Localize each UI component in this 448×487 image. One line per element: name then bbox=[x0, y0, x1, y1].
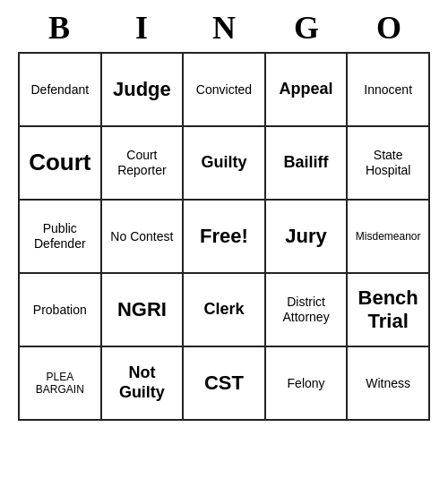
bingo-cell: Not Guilty bbox=[102, 347, 185, 421]
cell-label: Probation bbox=[33, 303, 87, 318]
bingo-letter: B bbox=[22, 9, 97, 47]
bingo-header: BINGO bbox=[18, 0, 430, 52]
cell-label: Felony bbox=[288, 376, 325, 391]
bingo-row: DefendantJudgeConvictedAppealInnocent bbox=[20, 54, 430, 127]
cell-label: Free! bbox=[200, 225, 248, 248]
bingo-cell: NGRI bbox=[102, 274, 185, 347]
bingo-cell: PLEA BARGAIN bbox=[20, 347, 102, 421]
cell-label: Witness bbox=[366, 376, 410, 391]
cell-label: Bailiff bbox=[284, 153, 329, 173]
bingo-letter: O bbox=[351, 9, 426, 47]
cell-label: Appeal bbox=[280, 80, 333, 99]
bingo-cell: Public Defender bbox=[20, 201, 102, 274]
bingo-row: ProbationNGRIClerkDistrict AttorneyBench… bbox=[20, 274, 430, 347]
bingo-cell: CST bbox=[184, 347, 266, 421]
bingo-cell: Felony bbox=[266, 347, 349, 421]
bingo-cell: Probation bbox=[20, 274, 102, 347]
bingo-cell: Guilty bbox=[184, 127, 266, 201]
bingo-letter: G bbox=[269, 9, 344, 47]
bingo-cell: Court bbox=[20, 127, 102, 201]
cell-label: Convicted bbox=[196, 82, 252, 98]
bingo-cell: Judge bbox=[102, 54, 185, 127]
bingo-cell: No Contest bbox=[102, 201, 185, 274]
bingo-cell: Free! bbox=[184, 201, 266, 274]
cell-label: Court Reporter bbox=[105, 148, 180, 178]
bingo-letter: N bbox=[186, 9, 262, 47]
bingo-cell: Convicted bbox=[184, 54, 266, 127]
bingo-cell: Court Reporter bbox=[102, 127, 185, 201]
bingo-cell: Jury bbox=[266, 201, 349, 274]
cell-label: State Hospital bbox=[350, 148, 426, 178]
cell-label: Bench Trial bbox=[350, 286, 426, 334]
cell-label: Guilty bbox=[201, 153, 246, 173]
bingo-row: Public DefenderNo ContestFree!JuryMisdem… bbox=[20, 201, 430, 274]
cell-label: Public Defender bbox=[22, 221, 98, 252]
cell-label: Misdemeanor bbox=[356, 230, 421, 243]
bingo-cell: Bailiff bbox=[266, 127, 349, 201]
cell-label: NGRI bbox=[117, 298, 167, 321]
bingo-cell: Bench Trial bbox=[348, 274, 430, 347]
bingo-cell: State Hospital bbox=[348, 127, 430, 201]
bingo-row: CourtCourt ReporterGuiltyBailiffState Ho… bbox=[20, 127, 430, 201]
bingo-cell: Innocent bbox=[348, 54, 430, 127]
bingo-cell: Misdemeanor bbox=[348, 201, 430, 274]
cell-label: Court bbox=[29, 149, 90, 176]
cell-label: PLEA BARGAIN bbox=[22, 371, 98, 397]
cell-label: Defendant bbox=[30, 82, 89, 98]
bingo-grid: DefendantJudgeConvictedAppealInnocentCou… bbox=[18, 52, 430, 421]
bingo-letter: I bbox=[104, 9, 179, 47]
bingo-cell: District Attorney bbox=[266, 274, 349, 347]
bingo-row: PLEA BARGAINNot GuiltyCSTFelonyWitness bbox=[20, 347, 430, 421]
cell-label: Clerk bbox=[203, 300, 244, 320]
cell-label: Jury bbox=[285, 225, 326, 248]
cell-label: Innocent bbox=[364, 82, 412, 98]
bingo-cell: Defendant bbox=[20, 54, 102, 127]
cell-label: CST bbox=[204, 372, 244, 395]
cell-label: District Attorney bbox=[269, 295, 344, 325]
bingo-cell: Witness bbox=[348, 347, 430, 421]
bingo-cell: Appeal bbox=[266, 54, 349, 127]
bingo-cell: Clerk bbox=[184, 274, 266, 347]
cell-label: Judge bbox=[113, 78, 171, 101]
cell-label: No Contest bbox=[110, 229, 173, 244]
cell-label: Not Guilty bbox=[105, 363, 180, 402]
